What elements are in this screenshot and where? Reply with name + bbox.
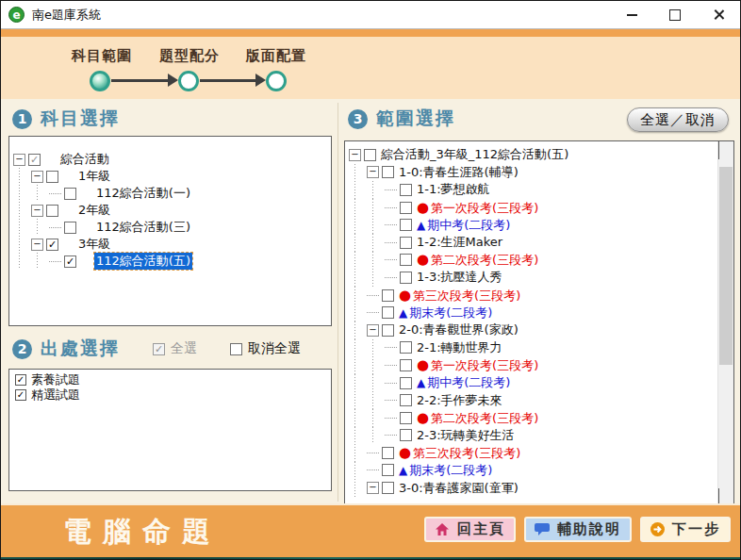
next-button[interactable]: 下一步 (640, 517, 731, 542)
close-button[interactable] (697, 1, 740, 28)
tree-checkbox[interactable] (400, 184, 412, 196)
tree-expander-icon[interactable] (367, 482, 379, 494)
tree-label[interactable]: ▲期末考(二段考) (397, 462, 494, 479)
tree-label[interactable]: 2-1:轉動世界力 (415, 339, 504, 356)
scrollbar[interactable] (717, 141, 733, 505)
tree-label[interactable]: 3年級 (76, 236, 112, 253)
range-tree-panel: 綜合活動_3年級_112綜合活動(五)1-0:青春生涯路(輔導)1-1:夢想啟航… (344, 140, 734, 506)
tree-checkbox[interactable] (400, 272, 412, 284)
tree-checkbox[interactable] (400, 202, 412, 214)
tree-indent-line (349, 287, 367, 305)
tree-expander-icon[interactable] (367, 324, 379, 337)
tree-label[interactable]: ●第一次段考(三段考) (415, 199, 540, 217)
tree-label[interactable]: 1-0:青春生涯路(輔導) (397, 164, 520, 181)
maximize-button[interactable] (653, 1, 697, 28)
tree-checkbox[interactable] (382, 464, 394, 476)
close-icon (713, 8, 725, 21)
tree-label[interactable]: ●第三次段考(三段考) (397, 444, 522, 462)
tree-checkbox[interactable] (382, 482, 394, 494)
tree-label[interactable]: 2-3:玩轉美好生活 (415, 427, 517, 444)
deselect-all-checkbox-group[interactable]: 取消全選 (230, 340, 301, 357)
tree-checkbox[interactable] (400, 359, 412, 371)
tree-label[interactable]: ●第三次段考(三段考) (397, 287, 522, 305)
source-checkbox[interactable]: ✓ (15, 374, 26, 386)
step-circle-3[interactable] (266, 71, 287, 91)
tree-connector (367, 453, 379, 453)
tree-label[interactable]: ●第二次段考(三段考) (415, 409, 540, 427)
tree-checkbox[interactable] (382, 306, 394, 319)
tree-label[interactable]: ▲期末考(二段考) (397, 305, 494, 321)
chevron-up-icon (718, 140, 719, 159)
step-circle-1[interactable] (90, 71, 110, 91)
tree-label[interactable]: 112綜合活動(三) (94, 219, 192, 236)
tree-label[interactable]: 綜合活動_3年級_112綜合活動(五) (379, 146, 570, 163)
tree-label[interactable]: 2年級 (76, 202, 112, 219)
tree-indent-line (349, 374, 367, 392)
minimize-button[interactable] (610, 1, 653, 28)
tree-checkbox[interactable] (46, 205, 58, 217)
tree-checkbox[interactable] (64, 188, 76, 200)
tree-label[interactable]: 1-2:生涯Maker (415, 234, 504, 251)
tree-expander-icon[interactable] (367, 166, 379, 178)
tree-checkbox[interactable] (382, 289, 394, 302)
tree-checkbox[interactable] (400, 237, 412, 249)
select-all-toggle-button[interactable]: 全選／取消 (627, 107, 729, 132)
deselect-all-checkbox[interactable] (230, 343, 242, 355)
tree-checkbox[interactable] (382, 447, 394, 459)
tree-checkbox[interactable] (400, 377, 412, 389)
help-button[interactable]: 輔助說明 (524, 517, 632, 542)
tree-label[interactable]: 1年級 (76, 168, 112, 185)
select-all-checkbox[interactable]: ✓ (153, 343, 165, 355)
tree-label[interactable]: 1-1:夢想啟航 (415, 181, 492, 198)
select-all-checkbox-group[interactable]: ✓ 全選 (153, 340, 197, 357)
tree-expander-icon[interactable] (31, 205, 43, 217)
app-window: e 南e題庫系統 科目範圍 題型配分 版面配置 1 科目選擇 ✓綜合活動1年級1… (0, 0, 741, 560)
source-label[interactable]: 精選試題 (31, 387, 80, 404)
tree-indent-line (367, 427, 385, 445)
tree-expander-icon[interactable] (13, 154, 25, 166)
tree-indent-line (349, 304, 367, 321)
tree-checkbox[interactable] (400, 394, 412, 406)
tree-checkbox[interactable] (364, 149, 376, 161)
select-all-label[interactable]: 全選 (171, 340, 197, 357)
tree-label[interactable]: 3-0:青春護家園(童軍) (397, 480, 520, 497)
tree-checkbox[interactable] (64, 222, 76, 234)
tree-label[interactable]: ▲期中考(二段考) (415, 217, 512, 234)
tree-label[interactable]: 2-2:手作夢未來 (415, 392, 504, 409)
tree-checkbox[interactable] (400, 341, 412, 354)
tree-checkbox[interactable]: ✓ (28, 154, 41, 166)
tree-checkbox[interactable] (400, 219, 412, 231)
step-label-layout[interactable]: 版面配置 (215, 47, 338, 65)
tree-checkbox[interactable]: ✓ (46, 239, 58, 251)
tree-checkbox[interactable]: ✓ (64, 255, 76, 268)
tree-indent-line (349, 427, 367, 445)
scroll-up-button[interactable] (718, 141, 733, 157)
tree-label[interactable]: 112綜合活動(五) (94, 253, 192, 270)
tree-checkbox[interactable] (382, 166, 394, 178)
tree-connector (385, 365, 397, 366)
tree-checkbox[interactable] (400, 412, 412, 424)
tree-label[interactable]: ●第一次段考(三段考) (415, 356, 540, 374)
exam-triangle-icon: ▲ (399, 306, 407, 320)
tree-indent-line (349, 181, 367, 199)
tree-label[interactable]: ▲期中考(二段考) (415, 374, 512, 391)
tree-expander-icon[interactable] (349, 149, 361, 161)
tree-label[interactable]: 112綜合活動(一) (94, 185, 192, 202)
tree-checkbox[interactable] (400, 254, 412, 266)
tree-label[interactable]: 2-0:青春觀世界(家政) (397, 321, 520, 338)
tree-checkbox[interactable] (46, 171, 58, 183)
tree-indent-line (349, 391, 367, 409)
tree-label[interactable]: ●第二次段考(三段考) (415, 251, 540, 269)
tree-expander-icon[interactable] (31, 171, 43, 183)
step-circle-2[interactable] (178, 71, 199, 91)
deselect-all-label[interactable]: 取消全選 (248, 340, 301, 357)
tree-expander-icon[interactable] (31, 239, 43, 251)
home-button[interactable]: 回主頁 (424, 517, 516, 542)
source-checkbox[interactable]: ✓ (15, 389, 26, 401)
tree-checkbox[interactable] (382, 324, 394, 337)
tree-label[interactable]: 1-3:抗壓達人秀 (415, 269, 504, 286)
tree-checkbox[interactable] (400, 429, 412, 441)
tree-label[interactable]: 綜合活動 (58, 151, 111, 168)
tree-connector (385, 383, 397, 384)
scrollbar-thumb[interactable] (719, 167, 733, 365)
